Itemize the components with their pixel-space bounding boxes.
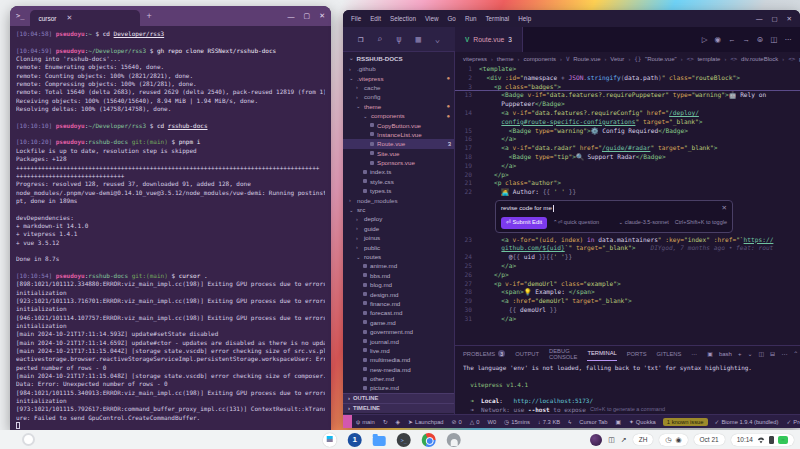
- code-line[interactable]: 17 <a v-if="data.radar" href="/guide/#ra…: [455, 144, 800, 153]
- code-line[interactable]: 28 <span>💡 Example: </span>: [455, 288, 800, 297]
- menu-view[interactable]: View: [425, 15, 439, 22]
- status-item-main[interactable]: ψmain: [352, 419, 379, 425]
- back-icon[interactable]: ←: [728, 35, 736, 44]
- code-line[interactable]: 22 🧑‍💻 Author: {{ ' ' }}: [455, 188, 800, 197]
- breadcrumb[interactable]: vitepress›theme›components›V Route.vue›V…: [455, 52, 800, 65]
- code-line[interactable]: config#route-specific-configurations" ta…: [455, 118, 800, 127]
- launcher-button[interactable]: [22, 433, 35, 446]
- status-item-w0[interactable]: W0: [483, 419, 500, 425]
- ai-model-selector[interactable]: ⌄ claude-3.5-sonnet: [619, 218, 669, 227]
- vscode-minimize-button[interactable]: —: [756, 15, 763, 23]
- tree-item-public[interactable]: ›public: [343, 242, 454, 251]
- menu-file[interactable]: File: [351, 15, 361, 22]
- chrome-icon[interactable]: [422, 433, 436, 447]
- tree-item-bbs-md[interactable]: bbs.md: [343, 271, 454, 280]
- status-item-sync[interactable]: ↻: [379, 419, 392, 425]
- panel-tab-debug-console[interactable]: DEBUG CONSOLE: [549, 346, 577, 361]
- tree-item-joinus[interactable]: ›joinus: [343, 233, 454, 242]
- tree-item--vitepress[interactable]: ⌄.vitepress●: [343, 73, 454, 82]
- breadcrumb-item[interactable]: <> template: [687, 55, 721, 62]
- timeline-section-header[interactable]: › TIMELINE: [343, 403, 454, 413]
- tree-item-route-vue[interactable]: Route.vue3: [343, 139, 454, 148]
- terminal-tab[interactable]: cursor ✕: [30, 10, 140, 26]
- code-line[interactable]: 21 <p class="author">: [455, 179, 800, 188]
- tree-item-types-ts[interactable]: types.ts: [343, 186, 454, 195]
- breadcrumb-item[interactable]: <> p.author: [788, 55, 800, 62]
- tray-widgets[interactable]: ◷ ◉: [659, 434, 687, 446]
- breadcrumb-item[interactable]: V Route.vue: [566, 55, 601, 62]
- tree-item-theme[interactable]: ⌄theme●: [343, 102, 454, 111]
- tree-item-config[interactable]: ›config: [343, 92, 454, 101]
- remote-indicator[interactable]: [343, 415, 352, 428]
- code-line[interactable]: Puppeteer</Badge>: [455, 100, 800, 109]
- tree-item-government-md[interactable]: government.md: [343, 327, 454, 336]
- code-line[interactable]: 13 <Badge v-if="data.features?.requirePu…: [455, 91, 800, 100]
- tree-item-design-md[interactable]: design.md: [343, 289, 454, 298]
- tree-item-blog-md[interactable]: blog.md: [343, 280, 454, 289]
- tree-item-routes[interactable]: ⌄routes: [343, 252, 454, 261]
- code-line[interactable]: 16 </a>: [455, 135, 800, 144]
- breadcrumb-item[interactable]: vitepress: [463, 56, 487, 62]
- status-item-biome-1-9-4-bundled-[interactable]: ✓Biome 1.9.4 (bundled): [711, 419, 783, 425]
- vscode-titlebar[interactable]: FileEditSelectionViewGoRunTerminalHelp —…: [343, 10, 800, 27]
- split-terminal-icon[interactable]: ◫: [758, 350, 764, 357]
- run-circle-icon[interactable]: ⊜: [757, 35, 763, 44]
- shell-dropdown-icon[interactable]: ⌄: [747, 350, 752, 357]
- code-lines[interactable]: 1<template>2 <div :id="namespace + JSON.…: [455, 65, 800, 324]
- kill-terminal-icon[interactable]: ⊟: [770, 350, 775, 357]
- ai-submit-edit-button[interactable]: ⏎ Submit Edit: [501, 217, 547, 229]
- code-line[interactable]: 2 <div :id="namespace + JSON.stringify(d…: [455, 74, 800, 83]
- tree-item-journal-md[interactable]: journal.md: [343, 336, 454, 345]
- tree-item-instancelist-vue[interactable]: InstanceList.vue: [343, 130, 454, 139]
- code-line[interactable]: 26 </p>: [455, 271, 800, 280]
- vscode-maximize-button[interactable]: ▢: [771, 15, 777, 23]
- vscode-close-button[interactable]: ✕: [787, 15, 792, 23]
- linux-penguin-icon[interactable]: [447, 433, 461, 447]
- split-editor-icon[interactable]: ◫: [770, 35, 777, 44]
- notification-avatar[interactable]: [590, 434, 602, 446]
- terminal-tab-close-icon[interactable]: ✕: [67, 14, 73, 22]
- code-line[interactable]: github.com/${uid}`" target="_blank"> DIY…: [455, 244, 800, 253]
- code-editor[interactable]: vitepress›theme›components›V Route.vue›V…: [455, 52, 800, 345]
- tree-item-multimedia-md[interactable]: multimedia.md: [343, 355, 454, 364]
- terminal-close-button[interactable]: ✕: [319, 12, 325, 20]
- maximize-panel-icon[interactable]: ⌃: [793, 350, 798, 357]
- code-line[interactable]: 23 <a v-for="(uid, index) in data.mainta…: [455, 236, 800, 245]
- terminal-titlebar[interactable]: >_ cursor ✕ + — ▢ ✕: [10, 6, 331, 26]
- new-terminal-button[interactable]: +: [738, 351, 742, 357]
- play-store-icon[interactable]: [323, 433, 337, 447]
- status-item-gitlens[interactable]: ◈: [392, 419, 404, 425]
- terminal-output[interactable]: [10:04:58] pseudoyu:~ $ cd Developer/rss…: [10, 26, 331, 430]
- tree-item-game-md[interactable]: game.md: [343, 318, 454, 327]
- tree-item-components[interactable]: ⌄components●: [343, 111, 454, 120]
- tree-item-deploy[interactable]: ›deploy: [343, 214, 454, 223]
- tree-item-finance-md[interactable]: finance.md: [343, 299, 454, 308]
- outline-section-header[interactable]: › OUTLINE: [343, 393, 454, 403]
- tree-item-style-css[interactable]: style.css: [343, 177, 454, 186]
- tree-item-new-media-md[interactable]: new-media.md: [343, 365, 454, 374]
- code-line[interactable]: 19 </a>: [455, 162, 800, 171]
- source-control-icon[interactable]: ψ: [396, 34, 401, 44]
- tree-item-node-modules[interactable]: ›node_modules: [343, 195, 454, 204]
- code-line[interactable]: 29 <a :href="demoUrl" target="_blank">: [455, 297, 800, 306]
- tree-item-picture-md[interactable]: picture.md: [343, 383, 454, 392]
- files-icon[interactable]: ❐: [358, 34, 363, 44]
- terminal-new-tab-button[interactable]: +: [146, 11, 151, 21]
- tab-route-vue[interactable]: V Route.vue 3: [455, 27, 523, 52]
- code-line[interactable]: 20 </p>: [455, 171, 800, 180]
- panel-tab-ports[interactable]: PORTS: [627, 346, 647, 361]
- status-item-camera[interactable]: ▣: [612, 419, 625, 425]
- more-icon[interactable]: ⋯: [781, 350, 787, 357]
- code-line[interactable]: 15 <Badge type="warning">⚙️ Config Requi…: [455, 127, 800, 136]
- breadcrumb-item[interactable]: Vetur: [610, 56, 624, 62]
- status-item-prettier[interactable]: ✓Prettier: [782, 419, 800, 425]
- breadcrumb-item[interactable]: {} "Route.vue": [634, 55, 676, 62]
- code-line[interactable]: 25 </a>: [455, 262, 800, 271]
- menu-edit[interactable]: Edit: [370, 15, 381, 22]
- status-item-1-known-issue[interactable]: 1 known issue: [663, 418, 708, 426]
- panel-tab-problems[interactable]: PROBLEMS3: [463, 346, 505, 361]
- status-item-quokka[interactable]: ✦Quokka: [625, 419, 660, 425]
- code-line[interactable]: 27 <p v-if="demoUrl" class="example">: [455, 280, 800, 289]
- status-item-0[interactable]: △0: [466, 419, 484, 425]
- tree-item-guide[interactable]: ›guide: [343, 224, 454, 233]
